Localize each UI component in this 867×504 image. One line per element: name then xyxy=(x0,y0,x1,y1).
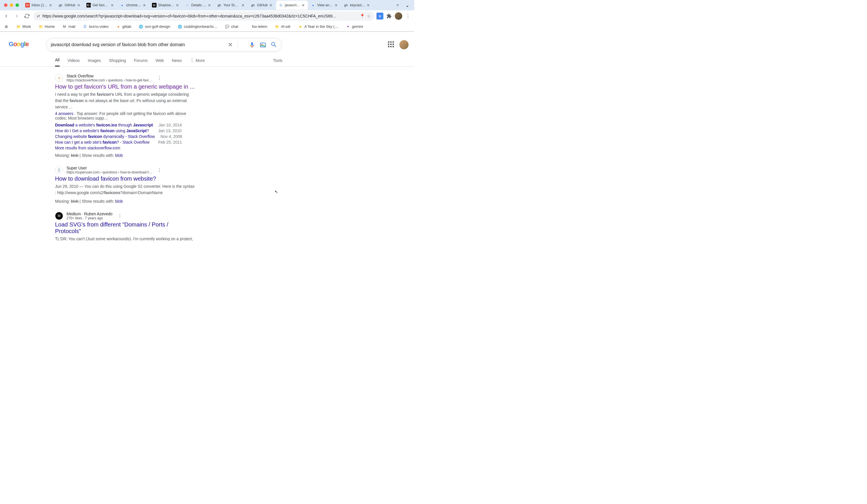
sub-result-link[interactable]: Download a website's favicon.ico through… xyxy=(55,123,153,127)
filter-tab-forums[interactable]: Forums xyxy=(134,58,147,66)
search-results: ≡Stack Overflowhttps://stackoverflow.com… xyxy=(0,67,195,241)
more-results-link[interactable]: More results from stackoverflow.com xyxy=(55,146,195,150)
location-icon[interactable]: 📍 xyxy=(360,14,365,18)
extension-icon-1[interactable]: ⊞ xyxy=(376,13,383,20)
bookmark-item[interactable]: ♦gitlab xyxy=(114,23,133,30)
browser-tab[interactable]: ghGitHub✕ xyxy=(56,1,83,10)
google-logo[interactable]: Google xyxy=(9,41,35,49)
browser-tab[interactable]: ghYour Sta…✕ xyxy=(215,1,248,10)
bookmark-item[interactable]: 📁rtl-sdr xyxy=(273,23,292,30)
google-apps-icon[interactable] xyxy=(388,41,395,48)
back-button[interactable] xyxy=(2,12,10,20)
missing-line: Missing: blob | Show results with: blob xyxy=(55,153,195,158)
tab-close-icon[interactable]: ✕ xyxy=(334,3,339,7)
browser-tab[interactable]: DEVGet favic…✕ xyxy=(84,1,117,10)
result-menu-icon[interactable]: ⋮ xyxy=(156,75,163,81)
result-title[interactable]: Load SVG's from different "Domains / Por… xyxy=(55,221,195,235)
result-menu-icon[interactable]: ⋮ xyxy=(156,168,163,173)
browser-tab[interactable]: ●View an…✕ xyxy=(309,1,341,10)
bookmark-item[interactable]: fox-telem xyxy=(244,23,269,30)
profile-avatar[interactable] xyxy=(395,12,402,20)
tab-title: View an… xyxy=(317,3,333,7)
answers-link[interactable]: 4 answers xyxy=(55,111,73,116)
new-tab-button[interactable]: + xyxy=(394,3,402,8)
result-title[interactable]: How to download favicon from website? xyxy=(55,175,195,182)
filter-more[interactable]: ⋮ More xyxy=(190,58,205,66)
browser-tab[interactable]: Gjavascri…✕ xyxy=(276,1,308,10)
filter-tab-news[interactable]: News xyxy=(172,58,182,66)
maximize-window[interactable] xyxy=(15,3,19,7)
tab-close-icon[interactable]: ✕ xyxy=(77,3,81,7)
filter-tab-videos[interactable]: Videos xyxy=(68,58,80,66)
tab-close-icon[interactable]: ✕ xyxy=(176,3,180,7)
close-window[interactable] xyxy=(4,3,8,7)
bookmark-item[interactable]: 🌐svn-golf-design xyxy=(137,23,172,30)
minimize-window[interactable] xyxy=(10,3,13,7)
search-input[interactable] xyxy=(51,42,227,47)
url-bar[interactable]: ⇄ https://www.google.com/search?q=javasc… xyxy=(33,11,374,21)
google-header: Google ✕ xyxy=(0,35,414,51)
tools-button[interactable]: Tools xyxy=(273,58,282,66)
search-button-icon[interactable] xyxy=(270,41,277,48)
tab-close-icon[interactable]: ✕ xyxy=(367,3,371,7)
bookmark-item[interactable]: ⊞ xyxy=(2,23,10,30)
image-search-icon[interactable] xyxy=(259,41,266,48)
extensions-button[interactable] xyxy=(385,12,393,20)
bookmark-icon: ☰ xyxy=(83,24,87,29)
search-result: ≡Stack Overflowhttps://stackoverflow.com… xyxy=(55,74,195,158)
forward-button[interactable] xyxy=(13,12,21,20)
bookmark-label: gitlab xyxy=(122,24,131,29)
bookmark-item[interactable]: 📁Work xyxy=(14,23,33,30)
tab-favicon: gh xyxy=(344,3,348,8)
show-with-term-link[interactable]: blob xyxy=(115,199,123,204)
bookmark-icon: 🌐 xyxy=(178,24,182,29)
browser-tab[interactable]: ✓Details …✕ xyxy=(183,1,214,10)
account-avatar[interactable] xyxy=(399,40,409,49)
sub-result-link[interactable]: How can I get a web site's favicon? - St… xyxy=(55,140,152,144)
browser-tab[interactable]: ghGitHub✕ xyxy=(248,1,276,10)
voice-search-icon[interactable] xyxy=(248,41,255,48)
result-site-name: Medium · Ruben Azevedo xyxy=(66,212,113,216)
filter-tab-shopping[interactable]: Shopping xyxy=(109,58,126,66)
google-search-page: Google ✕ AllVideosImagesShoppingForumsWe… xyxy=(0,32,414,241)
browser-tab[interactable]: MShadow…✕ xyxy=(150,1,182,10)
tab-close-icon[interactable]: ✕ xyxy=(302,3,306,7)
bookmark-star-icon[interactable]: ☆ xyxy=(367,14,371,18)
tab-close-icon[interactable]: ✕ xyxy=(49,3,53,7)
bookmark-label: gemini xyxy=(352,24,363,29)
sub-result-link[interactable]: Changing website favicon dynamically - S… xyxy=(55,134,155,139)
result-favicon: [} xyxy=(55,166,63,174)
filter-tab-all[interactable]: All xyxy=(55,58,60,66)
browser-tab[interactable]: MInbox (1…✕ xyxy=(23,1,55,10)
tab-overflow-button[interactable]: ⌄ xyxy=(403,3,412,8)
sub-result-link[interactable]: How do I Get a website's favicon using J… xyxy=(55,128,152,133)
browser-tab[interactable]: ghkeycast…✕ xyxy=(341,1,373,10)
url-text: https://www.google.com/search?q=javascri… xyxy=(42,14,357,18)
filter-tab-web[interactable]: Web xyxy=(156,58,164,66)
bookmark-item[interactable]: 💬chat xyxy=(223,23,240,30)
clear-search-icon[interactable]: ✕ xyxy=(227,41,234,48)
filter-tab-images[interactable]: Images xyxy=(88,58,101,66)
tab-title: Inbox (1… xyxy=(32,3,47,7)
tab-close-icon[interactable]: ✕ xyxy=(111,3,115,7)
result-menu-icon[interactable]: ⋮ xyxy=(116,213,124,218)
tab-favicon: gh xyxy=(58,3,63,8)
result-title[interactable]: How to get favicon's URL from a generic … xyxy=(55,83,195,90)
bookmark-icon: 💬 xyxy=(225,24,229,29)
show-with-term-link[interactable]: blob xyxy=(115,153,123,158)
bookmark-item[interactable]: ✦gemini xyxy=(344,23,365,30)
bookmark-item[interactable]: Mmail xyxy=(61,23,77,30)
bookmark-item[interactable]: 📁Home xyxy=(37,23,56,30)
bookmark-item[interactable]: ☰burns-video xyxy=(81,23,110,30)
bookmark-item[interactable]: ■A Tear in the Sky (… xyxy=(296,23,340,30)
tab-close-icon[interactable]: ✕ xyxy=(208,3,212,7)
reload-button[interactable] xyxy=(23,12,31,20)
tab-close-icon[interactable]: ✕ xyxy=(242,3,245,7)
tab-close-icon[interactable]: ✕ xyxy=(143,3,147,7)
tab-close-icon[interactable]: ✕ xyxy=(269,3,273,7)
bookmark-item[interactable]: 🌐coddingtonbear/lo… xyxy=(176,23,219,30)
browser-tab[interactable]: ●chrome…✕ xyxy=(118,1,149,10)
chrome-menu[interactable]: ⋮ xyxy=(404,12,412,20)
site-info-icon[interactable]: ⇄ xyxy=(37,14,40,18)
tab-favicon: ✓ xyxy=(185,3,190,8)
